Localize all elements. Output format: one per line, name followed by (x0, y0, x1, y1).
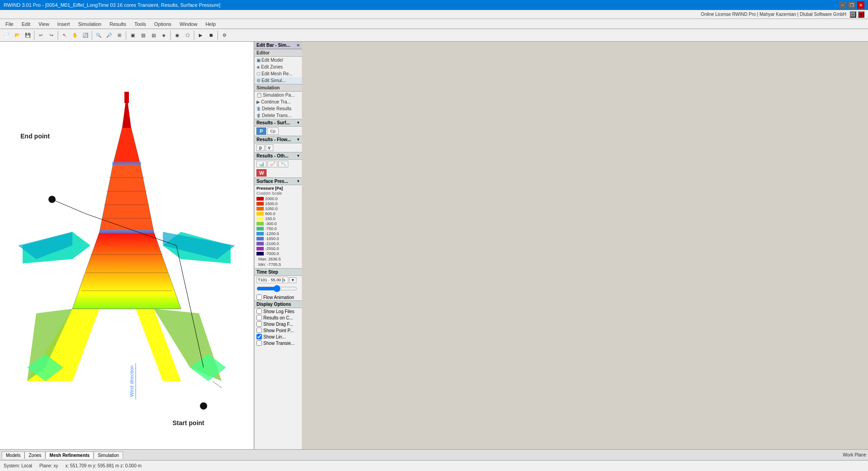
tb-settings[interactable]: ⚙ (219, 30, 229, 40)
max-row: Max: 2636.5 (256, 256, 300, 262)
edit-simul-icon: ⚙ (256, 78, 261, 83)
tb-play[interactable]: ▶ (196, 30, 206, 40)
edit-bar-header: Edit Bar - Sim... (256, 43, 290, 48)
show-point-p-checkbox[interactable] (256, 328, 262, 333)
results-oth-icon3[interactable]: 📉 (278, 161, 288, 167)
results-oth-icon2[interactable]: 📈 (267, 161, 277, 167)
tb-render[interactable]: ◉ (172, 30, 182, 40)
results-on-c-label: Results on C... (263, 315, 293, 320)
menu-view[interactable]: View (35, 20, 53, 28)
tb-new[interactable]: 📄 (2, 30, 12, 40)
results-oth-w-btn[interactable]: W (256, 169, 266, 177)
tb-rotate[interactable]: 🔄 (80, 30, 90, 40)
show-transie-checkbox[interactable] (256, 340, 262, 346)
delete-trans-btn[interactable]: 🗑 Delete Trans... (255, 112, 302, 119)
scale-val-9: -2100.0 (265, 241, 279, 246)
menu-insert[interactable]: Insert (54, 20, 74, 28)
tab-models[interactable]: Models (2, 451, 25, 459)
time-step-header: Time Step (256, 270, 278, 275)
edit-model-btn[interactable]: ▣ Edit Model (255, 57, 302, 64)
edit-simul-btn[interactable]: ⚙ Edit Simul... (255, 77, 302, 84)
tb-mesh[interactable]: ⬡ (182, 30, 192, 40)
scale-row-11: -7000.0 (256, 251, 300, 256)
pressure-p-btn[interactable]: P (256, 128, 266, 135)
flow-animation-checkbox[interactable] (256, 294, 262, 300)
results-oth-icon1[interactable]: 📊 (256, 161, 266, 167)
menu-tools[interactable]: Tools (131, 20, 150, 28)
flow-p-btn[interactable]: p (256, 144, 265, 151)
show-lin-checkbox[interactable] (256, 334, 262, 339)
tb-stop[interactable]: ⏹ (206, 30, 216, 40)
delete-results-btn[interactable]: 🗑 Delete Results (255, 105, 302, 112)
menu-simulation[interactable]: Simulation (74, 20, 105, 28)
scale-color-5 (256, 222, 264, 226)
pressure-cp-btn[interactable]: Cp (267, 128, 279, 135)
min-label: Min: (258, 262, 266, 267)
tab-mesh-refinements[interactable]: Mesh Refinements (45, 451, 94, 459)
min-row: Min: -7705.5 (256, 262, 300, 267)
tb-undo[interactable]: ↩ (36, 30, 46, 40)
pressure-unit-label: Pressure [Pa] (256, 186, 300, 191)
delete-trans-icon: 🗑 (256, 113, 261, 118)
results-oth-chevron: ▼ (296, 154, 300, 158)
edit-zones-btn[interactable]: ◈ Edit Zones (255, 64, 302, 70)
scale-row-7: -1200.0 (256, 231, 300, 236)
restore-button[interactable]: ❐ (848, 1, 855, 9)
time-step-dropdown[interactable]: ▼ (289, 277, 296, 283)
show-drag-f-checkbox[interactable] (256, 321, 262, 327)
simul-params-btn[interactable]: 📋 Simulation Pa... (255, 92, 302, 98)
scale-color-9 (256, 242, 264, 245)
close-button[interactable]: ✕ (857, 1, 864, 9)
menu-window[interactable]: Window (176, 20, 201, 28)
tab-zones[interactable]: Zones (25, 451, 45, 459)
scale-val-3: 600.0 (265, 211, 276, 216)
results-on-c-checkbox[interactable] (256, 315, 262, 320)
tb-zoom-out[interactable]: 🔎 (104, 30, 114, 40)
3d-viewport[interactable]: Wind direction End point Start point (0, 42, 254, 449)
scale-row-9: -2100.0 (256, 241, 300, 246)
scale-color-1 (256, 202, 264, 206)
menu-options[interactable]: Options (151, 20, 175, 28)
menu-bar: File Edit View Insert Simulation Results… (0, 19, 868, 29)
menu-help[interactable]: Help (202, 20, 220, 28)
show-log-files-label: Show Log Files (263, 309, 294, 314)
tb-view-front[interactable]: ▣ (128, 30, 138, 40)
max-label: Max: (258, 257, 267, 261)
flow-v-btn[interactable]: v (266, 144, 273, 151)
tb-zoom-fit[interactable]: ⊞ (114, 30, 124, 40)
online-bar-minimize[interactable]: − (850, 11, 856, 18)
tb-move[interactable]: ✋ (70, 30, 80, 40)
tb-view-3d[interactable]: ◈ (159, 30, 169, 40)
time-step-input[interactable] (256, 277, 288, 283)
menu-file[interactable]: File (2, 20, 17, 28)
scale-row-0: 2000.0 (256, 196, 300, 201)
svg-rect-17 (99, 230, 154, 233)
continue-trans-btn[interactable]: ▶ Continue Tra... (255, 98, 302, 105)
minimize-button[interactable]: − (839, 1, 846, 9)
tb-zoom-in[interactable]: 🔍 (94, 30, 104, 40)
edit-bar-close[interactable]: ✕ (296, 43, 300, 48)
tb-sep-2 (58, 31, 58, 40)
tb-redo[interactable]: ↪ (46, 30, 56, 40)
tb-open[interactable]: 📂 (12, 30, 22, 40)
tb-sep-7 (217, 31, 218, 40)
show-log-files-checkbox[interactable] (256, 309, 262, 314)
results-oth-header: Results - Oth... (256, 153, 289, 158)
tb-view-top[interactable]: ▤ (148, 30, 158, 40)
tb-sep-6 (194, 31, 194, 40)
time-step-slider[interactable] (256, 285, 297, 292)
results-surf-header: Results - Surf... (256, 120, 290, 125)
edit-model-icon: ▣ (256, 58, 261, 63)
tb-view-side[interactable]: ▨ (138, 30, 148, 40)
edit-mesh-btn[interactable]: ⬡ Edit Mesh Re... (255, 70, 302, 77)
results-on-c-row: Results on C... (255, 314, 302, 321)
online-bar-close[interactable]: ✕ (858, 11, 864, 18)
svg-text:Wind direction: Wind direction (129, 365, 134, 397)
tab-simulation[interactable]: Simulation (94, 451, 123, 459)
simulation-section-header: Simulation (255, 84, 302, 92)
tb-save[interactable]: 💾 (23, 30, 33, 40)
menu-results[interactable]: Results (106, 20, 130, 28)
menu-edit[interactable]: Edit (18, 20, 34, 28)
scale-val-2: 1050.0 (265, 206, 278, 211)
tb-select[interactable]: ↖ (59, 30, 69, 40)
